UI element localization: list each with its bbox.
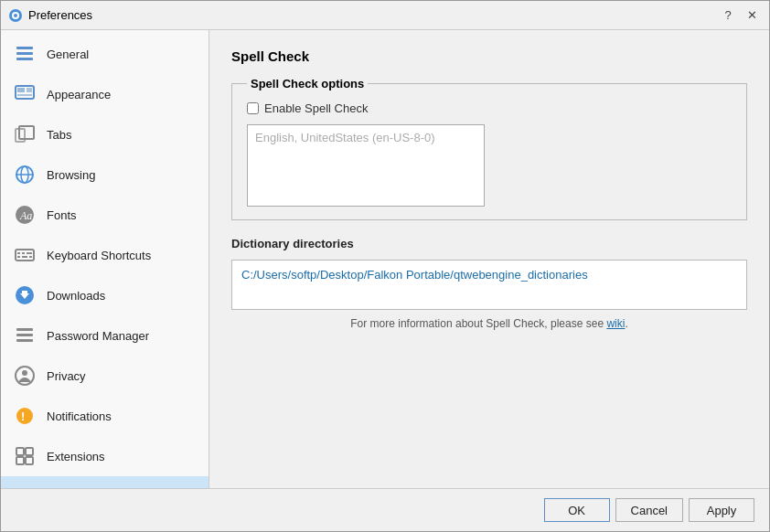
- keyboard-icon: [12, 242, 37, 268]
- svg-text:!: !: [21, 410, 25, 423]
- sidebar-label-general: General: [47, 48, 89, 61]
- svg-rect-17: [16, 250, 34, 261]
- svg-rect-18: [17, 252, 20, 254]
- info-text-before: For more information about Spell Check, …: [350, 317, 606, 330]
- general-icon: [12, 41, 37, 67]
- title-bar-left: Preferences: [8, 8, 92, 23]
- info-text-after: .: [625, 317, 627, 330]
- svg-rect-37: [16, 457, 24, 464]
- svg-rect-29: [16, 334, 33, 336]
- sidebar-item-general[interactable]: General: [1, 34, 209, 74]
- notifications-icon: !: [12, 403, 37, 429]
- sidebar-item-spell-check[interactable]: A Spell Check: [1, 476, 209, 488]
- info-text-row: For more information about Spell Check, …: [231, 317, 747, 330]
- enable-spell-check-row: Enable Spell Check: [247, 101, 732, 115]
- sidebar-label-keyboard-shortcuts: Keyboard Shortcuts: [47, 249, 151, 262]
- content-area: General Appearance: [1, 30, 769, 488]
- svg-rect-8: [27, 88, 32, 92]
- svg-rect-23: [29, 256, 32, 258]
- svg-rect-7: [17, 88, 25, 92]
- svg-rect-5: [16, 58, 33, 60]
- title-bar-controls: ? ✕: [718, 5, 762, 26]
- downloads-icon: [12, 282, 37, 308]
- cancel-button[interactable]: Cancel: [615, 498, 683, 522]
- sidebar-item-keyboard-shortcuts[interactable]: Keyboard Shortcuts: [1, 235, 209, 275]
- password-icon: [12, 323, 37, 348]
- svg-point-2: [14, 14, 17, 17]
- lang-placeholder-text: English, UnitedStates (en-US-8-0): [255, 131, 435, 144]
- spell-check-legend: Spell Check options: [247, 77, 368, 90]
- svg-rect-19: [22, 252, 25, 254]
- close-button[interactable]: ✕: [742, 5, 762, 26]
- sidebar-label-tabs: Tabs: [47, 128, 71, 142]
- svg-rect-3: [16, 47, 33, 49]
- dict-directories-label: Dictionary directories: [231, 237, 747, 250]
- svg-rect-24: [29, 252, 32, 254]
- sidebar-label-extensions: Extensions: [47, 450, 105, 463]
- svg-rect-30: [16, 339, 33, 342]
- sidebar: General Appearance: [1, 30, 209, 488]
- sidebar-label-password-manager: Password Manager: [47, 329, 149, 343]
- preferences-window: Preferences ? ✕ General: [0, 0, 770, 532]
- language-list[interactable]: English, UnitedStates (en-US-8-0): [247, 124, 485, 207]
- svg-text:Aa: Aa: [19, 209, 32, 222]
- panel-title: Spell Check: [231, 48, 747, 64]
- svg-rect-38: [26, 457, 33, 464]
- sidebar-item-tabs[interactable]: Tabs: [1, 114, 209, 154]
- sidebar-label-downloads: Downloads: [47, 289, 105, 303]
- svg-rect-35: [16, 448, 24, 455]
- spell-check-options-section: Spell Check options Enable Spell Check E…: [231, 77, 747, 220]
- sidebar-label-privacy: Privacy: [47, 369, 86, 383]
- svg-rect-21: [17, 256, 20, 258]
- svg-rect-22: [22, 256, 27, 258]
- svg-rect-36: [26, 448, 33, 455]
- enable-spell-check-checkbox[interactable]: [247, 102, 259, 114]
- title-bar: Preferences ? ✕: [1, 1, 769, 30]
- svg-rect-4: [16, 52, 33, 55]
- dict-dir-path: C:/Users/softp/Desktop/Falkon Portable/q…: [241, 268, 588, 282]
- window-title: Preferences: [28, 8, 92, 22]
- app-icon: [8, 8, 23, 23]
- sidebar-label-appearance: Appearance: [47, 88, 111, 101]
- appearance-icon: [12, 81, 37, 107]
- footer: OK Cancel Apply: [1, 488, 769, 531]
- svg-rect-28: [16, 328, 33, 331]
- sidebar-item-downloads[interactable]: Downloads: [1, 275, 209, 315]
- dict-dir-box[interactable]: C:/Users/softp/Desktop/Falkon Portable/q…: [231, 260, 747, 310]
- sidebar-label-browsing: Browsing: [47, 168, 95, 182]
- ok-button[interactable]: OK: [544, 498, 610, 522]
- sidebar-item-password-manager[interactable]: Password Manager: [1, 315, 209, 356]
- sidebar-label-fonts: Fonts: [47, 208, 77, 222]
- svg-rect-27: [22, 291, 27, 293]
- main-panel: Spell Check Spell Check options Enable S…: [209, 30, 769, 488]
- wiki-link[interactable]: wiki: [606, 317, 625, 330]
- sidebar-item-browsing[interactable]: Browsing: [1, 154, 209, 195]
- browsing-icon: [12, 162, 37, 187]
- extensions-icon: [12, 443, 37, 469]
- apply-button[interactable]: Apply: [689, 498, 754, 522]
- svg-rect-9: [17, 94, 32, 96]
- enable-spell-check-label[interactable]: Enable Spell Check: [264, 101, 368, 115]
- sidebar-label-notifications: Notifications: [47, 410, 112, 423]
- sidebar-item-fonts[interactable]: Aa Fonts: [1, 195, 209, 235]
- sidebar-item-appearance[interactable]: Appearance: [1, 74, 209, 114]
- svg-point-32: [22, 370, 27, 376]
- sidebar-item-privacy[interactable]: Privacy: [1, 356, 209, 396]
- tabs-icon: [12, 122, 37, 147]
- help-button[interactable]: ?: [718, 5, 738, 26]
- privacy-icon: [12, 363, 37, 388]
- dict-directories-section: Dictionary directories C:/Users/softp/De…: [231, 237, 747, 310]
- fonts-icon: Aa: [12, 202, 37, 228]
- svg-rect-20: [27, 252, 29, 254]
- sidebar-item-notifications[interactable]: ! Notifications: [1, 396, 209, 436]
- sidebar-item-extensions[interactable]: Extensions: [1, 436, 209, 476]
